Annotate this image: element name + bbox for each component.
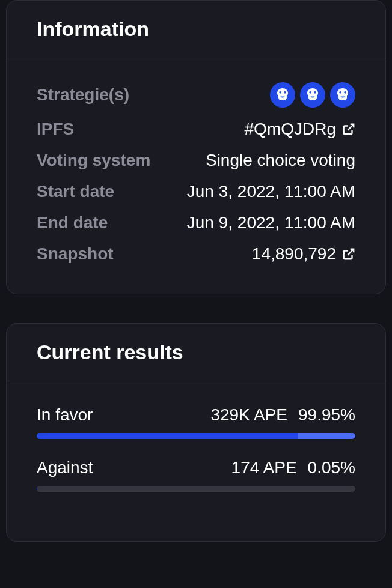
progress-bar (37, 433, 355, 439)
information-card: Information Strategie(s) IPFS #QmQJDRg (6, 0, 386, 294)
result-label: Against (37, 458, 93, 477)
ipfs-link[interactable]: #QmQJDRg (245, 120, 355, 139)
voting-system-value: Single choice voting (206, 151, 355, 170)
end-date-label: End date (37, 213, 108, 232)
end-date-value: Jun 9, 2022, 11:00 AM (187, 213, 355, 232)
information-body: Strategie(s) IPFS #QmQJDRg (7, 58, 385, 294)
result-percent: 99.95% (298, 405, 355, 425)
progress-fill (37, 433, 355, 439)
snapshot-link[interactable]: 14,890,792 (252, 244, 355, 264)
external-link-icon (342, 123, 355, 136)
results-card: Current results In favor 329K APE 99.95%… (6, 323, 386, 542)
start-date-value: Jun 3, 2022, 11:00 AM (187, 182, 355, 201)
snapshot-label: Snapshot (37, 244, 114, 264)
ipfs-value: #QmQJDRg (245, 120, 336, 139)
result-votes: 329K APE (210, 405, 287, 425)
result-votes: 174 APE (231, 458, 297, 477)
ipfs-row: IPFS #QmQJDRg (37, 120, 355, 139)
progress-bar (37, 486, 355, 492)
result-item-against: Against 174 APE 0.05% (37, 458, 355, 492)
result-item-in-favor: In favor 329K APE 99.95% (37, 405, 355, 439)
external-link-icon (342, 247, 355, 261)
strategy-icons-group (270, 82, 355, 108)
result-label: In favor (37, 405, 93, 425)
result-header: Against 174 APE 0.05% (37, 458, 355, 477)
information-title: Information (37, 17, 355, 41)
result-stats: 329K APE 99.95% (210, 405, 355, 425)
svg-line-0 (348, 124, 354, 130)
snapshot-value: 14,890,792 (252, 244, 336, 264)
information-header: Information (7, 1, 385, 58)
end-date-row: End date Jun 9, 2022, 11:00 AM (37, 213, 355, 232)
strategies-row: Strategie(s) (37, 82, 355, 108)
results-title: Current results (37, 341, 355, 364)
start-date-label: Start date (37, 182, 114, 201)
voting-system-label: Voting system (37, 151, 150, 170)
voting-system-row: Voting system Single choice voting (37, 151, 355, 170)
ape-token-icon[interactable] (270, 82, 295, 108)
result-stats: 174 APE 0.05% (231, 458, 355, 477)
results-header: Current results (7, 324, 385, 381)
svg-line-1 (348, 249, 354, 255)
start-date-row: Start date Jun 3, 2022, 11:00 AM (37, 182, 355, 201)
result-percent: 0.05% (308, 458, 355, 477)
ape-token-icon[interactable] (300, 82, 325, 108)
result-header: In favor 329K APE 99.95% (37, 405, 355, 425)
snapshot-row: Snapshot 14,890,792 (37, 244, 355, 264)
results-body: In favor 329K APE 99.95% Against 174 APE… (7, 381, 385, 541)
ipfs-label: IPFS (37, 120, 74, 139)
ape-token-icon[interactable] (330, 82, 355, 108)
strategies-label: Strategie(s) (37, 85, 129, 105)
